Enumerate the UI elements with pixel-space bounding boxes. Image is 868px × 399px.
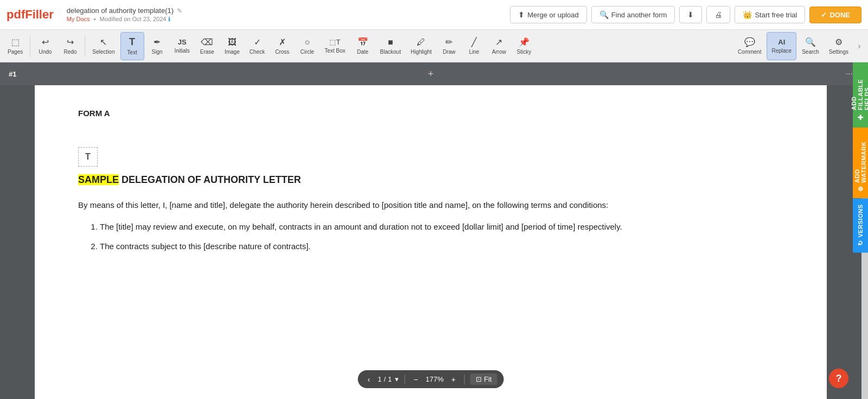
- document-page[interactable]: FORM A T SAMPLE DELEGATION OF AUTHORITY …: [35, 85, 827, 399]
- trial-icon: 👑: [743, 10, 752, 19]
- selection-icon: ↖: [100, 37, 107, 47]
- text-icon: T: [129, 36, 135, 48]
- sidebar-tab-watermark[interactable]: ⊕ ADD WATERMARK: [853, 128, 868, 198]
- sidebar-tab-fillable[interactable]: ✚ ADD FILLABLE FIELDS: [853, 62, 868, 128]
- replace-label: Replace: [771, 48, 792, 54]
- mydocs-link[interactable]: My Docs: [67, 16, 90, 22]
- fillable-icon: ✚: [857, 113, 864, 122]
- draw-label: Draw: [443, 49, 455, 55]
- circle-icon: ○: [304, 37, 310, 47]
- watermark-icon: ⊕: [857, 186, 864, 192]
- paragraph-1: By means of this letter, I, [name and ti…: [78, 199, 783, 212]
- highlight-icon: 🖊: [417, 37, 425, 47]
- settings-label: Settings: [829, 49, 848, 55]
- page-separator: /: [384, 375, 386, 383]
- tool-blackout[interactable]: ■ Blackout: [376, 32, 405, 60]
- toolbar-right: 💬 Comment AI Replace 🔍 Search ⚙ Settings…: [733, 32, 865, 60]
- logo-pdf: pdf: [7, 8, 25, 21]
- replace-icon: AI: [778, 38, 785, 46]
- cross-icon: ✗: [279, 37, 286, 47]
- toolbar-collapse-btn[interactable]: ›: [854, 32, 865, 60]
- zoom-fit-button[interactable]: ⊡ Fit: [470, 373, 497, 385]
- zoom-separator-2: [464, 375, 465, 384]
- current-page: 1: [378, 375, 381, 383]
- sticky-icon: 📌: [519, 37, 529, 47]
- tool-settings[interactable]: ⚙ Settings: [825, 32, 853, 60]
- erase-icon: ⌫: [201, 37, 213, 47]
- doc-info: delegation of authority template(1) ✎ My…: [67, 7, 510, 23]
- tool-replace[interactable]: AI Replace: [767, 32, 796, 60]
- find-form-button[interactable]: 🔍 Find another form: [591, 6, 675, 23]
- tool-sticky[interactable]: 📌 Sticky: [512, 32, 536, 60]
- search-icon: 🔍: [805, 37, 816, 47]
- page-header-bar: #1 + ···: [0, 62, 861, 85]
- tool-redo[interactable]: ↪ Redo: [58, 32, 82, 60]
- tool-date[interactable]: 📅 Date: [351, 32, 375, 60]
- tool-comment[interactable]: 💬 Comment: [733, 32, 765, 60]
- draw-icon: ✏: [445, 37, 452, 47]
- tool-sign[interactable]: ✒ Sign: [145, 32, 169, 60]
- info-icon: ℹ: [168, 16, 170, 22]
- sidebar-tab-versions[interactable]: ↻ VERSIONS: [853, 198, 868, 252]
- merge-upload-button[interactable]: ⬆ Merge or upload: [510, 6, 587, 23]
- initials-label: Initials: [175, 48, 190, 54]
- done-button[interactable]: ✓ DONE: [809, 7, 861, 23]
- page-indicator: 1 / 1 ▾: [378, 375, 399, 383]
- tool-arrow[interactable]: ↗ Arrow: [487, 32, 511, 60]
- tool-image[interactable]: 🖼 Image: [220, 32, 244, 60]
- trial-button[interactable]: 👑 Start free trial: [735, 6, 805, 23]
- date-label: Date: [357, 49, 368, 55]
- canvas-area: #1 + ··· FORM A T SAMPLE DELEGATION OF A…: [0, 62, 861, 399]
- help-button[interactable]: ?: [829, 369, 848, 388]
- arrow-label: Arrow: [492, 49, 506, 55]
- redo-label: Redo: [63, 49, 76, 55]
- toolbar: ⬚ Pages ↩ Undo ↪ Redo ↖ Selection T Text…: [0, 30, 868, 62]
- tool-textbox[interactable]: ⬚T Text Box: [320, 32, 349, 60]
- settings-icon: ⚙: [835, 37, 843, 47]
- logo-filler: Filler: [25, 8, 54, 21]
- tool-check[interactable]: ✓ Check: [245, 32, 269, 60]
- circle-label: Circle: [300, 49, 314, 55]
- tool-cross[interactable]: ✗ Cross: [270, 32, 294, 60]
- sign-icon: ✒: [154, 37, 161, 47]
- page-number: #1: [9, 70, 16, 78]
- print-button[interactable]: 🖨: [706, 6, 730, 23]
- page-add-button[interactable]: +: [428, 68, 434, 80]
- tool-selection[interactable]: ↖ Selection: [88, 32, 119, 60]
- redo-icon: ↪: [67, 37, 74, 47]
- erase-label: Erase: [200, 49, 214, 55]
- zoom-bar: ‹ 1 / 1 ▾ − 177% + ⊡ Fit: [358, 370, 504, 388]
- tool-line[interactable]: ╱ Line: [462, 32, 486, 60]
- versions-icon: ↻: [857, 240, 864, 246]
- tool-undo[interactable]: ↩ Undo: [33, 32, 57, 60]
- right-sidebar: ✚ ADD FILLABLE FIELDS ⊕ ADD WATERMARK ↻ …: [853, 62, 868, 399]
- text-placeholder-letter: T: [85, 150, 91, 164]
- zoom-out-button[interactable]: −: [410, 374, 421, 385]
- download-button[interactable]: ⬇: [679, 6, 702, 23]
- sign-label: Sign: [151, 49, 162, 55]
- zoom-in-button[interactable]: +: [448, 374, 459, 385]
- text-placeholder-box[interactable]: T: [78, 147, 98, 167]
- find-icon: 🔍: [599, 10, 609, 19]
- zoom-prev-page-button[interactable]: ‹: [365, 374, 374, 385]
- list-item-1: The [title] may review and execute, on m…: [100, 220, 783, 233]
- search-label: Search: [802, 49, 819, 55]
- trial-label: Start free trial: [755, 11, 797, 19]
- download-icon: ⬇: [687, 10, 694, 19]
- fit-label: Fit: [484, 375, 492, 383]
- tool-circle[interactable]: ○ Circle: [295, 32, 319, 60]
- tool-pages[interactable]: ⬚ Pages: [3, 32, 27, 60]
- comment-icon: 💬: [744, 37, 755, 47]
- page-dropdown-icon[interactable]: ▾: [395, 375, 399, 383]
- highlight-label: Highlight: [411, 49, 432, 55]
- done-check-icon: ✓: [821, 11, 827, 19]
- text-label: Text: [127, 49, 137, 55]
- tool-text[interactable]: T Text: [120, 32, 144, 60]
- edit-icon[interactable]: ✎: [177, 7, 182, 15]
- zoom-separator-1: [404, 375, 405, 384]
- tool-draw[interactable]: ✏ Draw: [437, 32, 461, 60]
- tool-search[interactable]: 🔍 Search: [797, 32, 824, 60]
- tool-highlight[interactable]: 🖊 Highlight: [406, 32, 436, 60]
- tool-erase[interactable]: ⌫ Erase: [195, 32, 219, 60]
- tool-initials[interactable]: JS Initials: [170, 32, 194, 60]
